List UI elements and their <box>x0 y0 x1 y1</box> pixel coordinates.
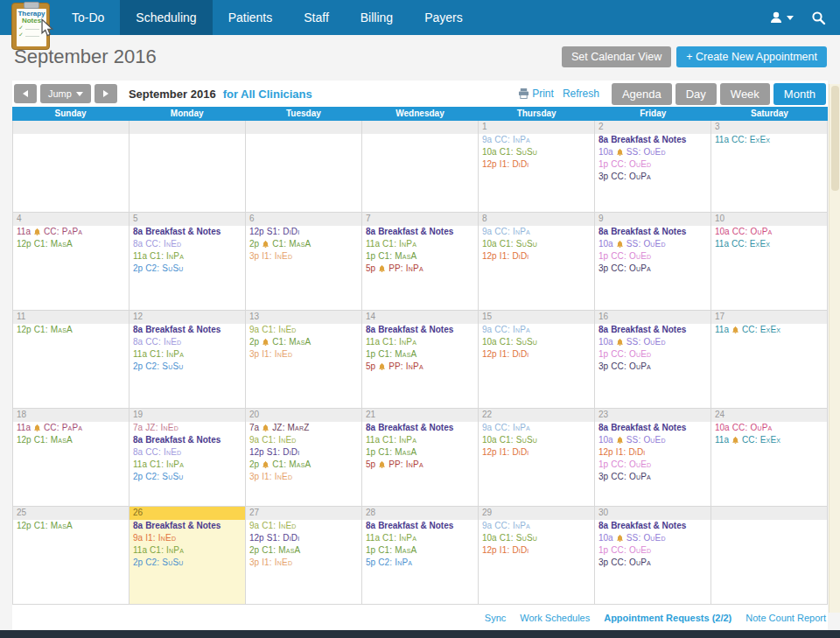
day-cell-6[interactable]: 612pS1: DiDi2pC1: MasA3pI1: InEd <box>246 213 362 311</box>
view-button-month[interactable]: Month <box>774 83 826 105</box>
day-cell-19[interactable]: 197aJZ: InEd8aBreakfast & Notes8aCC: InE… <box>130 409 246 507</box>
appointment[interactable]: 11aCC: ExEx <box>711 134 827 146</box>
appointment[interactable]: 1pCC: OuEd <box>595 544 710 557</box>
appointment[interactable]: 1pC1: MasA <box>362 250 478 263</box>
appointment[interactable]: 5pPP: InPa <box>362 263 478 275</box>
appointment[interactable]: 12pI1: DiDi <box>479 348 594 361</box>
day-cell-empty[interactable] <box>246 121 362 213</box>
day-cell-empty[interactable] <box>13 121 130 213</box>
appointment[interactable]: 9aCC: InPa <box>479 324 594 336</box>
appointment[interactable]: 5pPP: InPa <box>362 459 478 471</box>
day-cell-13[interactable]: 139aC1: InEd2pC1: MasA3pI1: InEd <box>246 311 362 409</box>
day-cell-22[interactable]: 229aCC: InPa10aC1: SuSu12pI1: DiDi <box>479 409 595 507</box>
appointment[interactable]: 10aSS: OuEd <box>595 146 710 158</box>
appointment[interactable]: 1pC1: MasA <box>362 348 478 361</box>
appointment[interactable]: 2pC2: SuSu <box>130 557 245 569</box>
set-calendar-view-button[interactable]: Set Calendar View <box>562 46 671 67</box>
appointment[interactable]: 12pC1: MasA <box>13 238 129 250</box>
appointment[interactable]: 12pC1: MasA <box>13 324 129 336</box>
day-cell-17[interactable]: 1711aCC: ExEx <box>711 311 828 409</box>
appointment[interactable]: 5pC2: InPa <box>362 557 478 569</box>
day-cell-21[interactable]: 218aBreakfast & Notes11aC1: InPa1pC1: Ma… <box>362 409 479 507</box>
appointment[interactable]: 10aSS: OuEd <box>595 336 710 348</box>
appointment[interactable]: 7aJZ: InEd <box>130 422 245 434</box>
day-cell-23[interactable]: 238aBreakfast & Notes10aSS: OuEd12pI1: D… <box>595 409 711 507</box>
appointment[interactable]: 11aC1: InPa <box>362 434 478 446</box>
view-button-day[interactable]: Day <box>676 83 717 105</box>
appointment[interactable]: 11aCC: ExEx <box>711 324 827 336</box>
appointment[interactable]: 10aCC: OuPa <box>711 226 827 238</box>
day-cell-28[interactable]: 288aBreakfast & Notes11aC1: InPa1pC1: Ma… <box>362 507 479 605</box>
appointment[interactable]: 9aC1: InEd <box>246 520 361 532</box>
day-cell-25[interactable]: 2512pC1: MasA <box>13 507 130 605</box>
appointment[interactable]: 8aBreakfast & Notes <box>130 434 245 446</box>
print-link[interactable]: Print <box>518 88 554 100</box>
appointment[interactable]: 10aC1: SuSu <box>479 146 594 158</box>
appointment[interactable]: 12pI1: DiDi <box>479 158 594 171</box>
appointment[interactable]: 2pC2: SuSu <box>130 361 245 373</box>
appointment[interactable]: 12pI1: DiDi <box>479 446 594 459</box>
appointment[interactable]: 9aCC: InPa <box>479 422 594 434</box>
day-cell-20[interactable]: 207aJZ: MarZ9aC1: InEd12pS1: DiDi2pC1: M… <box>246 409 362 507</box>
day-cell-8[interactable]: 89aCC: InPa10aC1: SuSu12pI1: DiDi <box>479 213 595 311</box>
appointment[interactable]: 8aBreakfast & Notes <box>130 226 245 238</box>
clinician-filter-label[interactable]: for All Clinicians <box>223 88 312 101</box>
next-month-button[interactable] <box>94 84 117 103</box>
appointment[interactable]: 8aBreakfast & Notes <box>362 520 478 532</box>
day-cell-4[interactable]: 411aCC: PaPa12pC1: MasA <box>13 213 130 311</box>
appointment[interactable]: 3pI1: InEd <box>246 348 361 361</box>
appointment[interactable]: 10aC1: SuSu <box>479 238 594 250</box>
appointment[interactable]: 8aCC: InEd <box>130 336 245 348</box>
appointment[interactable]: 8aBreakfast & Notes <box>595 422 710 434</box>
appointment[interactable]: 9aCC: InPa <box>479 520 594 532</box>
appointment[interactable]: 12pI1: DiDi <box>479 544 594 557</box>
day-cell-24[interactable]: 2410aCC: OuPa11aCC: ExEx <box>711 409 828 507</box>
appointment[interactable]: 10aC1: SuSu <box>479 336 594 348</box>
nav-item-patients[interactable]: Patients <box>213 0 289 35</box>
view-button-agenda[interactable]: Agenda <box>612 83 672 105</box>
appointment[interactable]: 12pI1: DiDi <box>479 250 594 263</box>
prev-month-button[interactable] <box>14 84 37 103</box>
appointment[interactable]: 7aJZ: MarZ <box>246 422 361 434</box>
appointment[interactable]: 9aI1: InEd <box>130 532 245 544</box>
day-cell-empty[interactable] <box>362 121 479 213</box>
day-cell-30[interactable]: 308aBreakfast & Notes10aSS: OuEd1pCC: Ou… <box>595 507 711 605</box>
appointment[interactable]: 10aSS: OuEd <box>595 434 710 446</box>
appointment[interactable]: 8aBreakfast & Notes <box>130 324 245 336</box>
appointment[interactable]: 11aCC: ExEx <box>711 238 827 250</box>
scrollbar-thumb[interactable] <box>831 86 839 191</box>
appointment[interactable]: 12pS1: DiDi <box>246 446 361 459</box>
therapynotes-logo[interactable]: Therapy Notes ✓ ✓ <box>11 3 50 50</box>
nav-item-billing[interactable]: Billing <box>345 0 409 35</box>
appointment[interactable]: 11aC1: InPa <box>130 544 245 557</box>
appointment[interactable]: 1pCC: OuEd <box>595 459 710 471</box>
appointment[interactable]: 2pC1: MasA <box>246 459 361 471</box>
nav-item-scheduling[interactable]: Scheduling <box>120 0 212 35</box>
appointment[interactable]: 8aBreakfast & Notes <box>130 520 245 532</box>
day-cell-1[interactable]: 19aCC: InPa10aC1: SuSu12pI1: DiDi <box>479 121 595 213</box>
appointment[interactable]: 12pI1: DiDi <box>595 446 710 459</box>
user-menu-button[interactable] <box>769 11 794 25</box>
appointment[interactable]: 2pC1: MasA <box>246 336 361 348</box>
appointment[interactable]: 11aC1: InPa <box>362 532 478 544</box>
nav-item-to-do[interactable]: To-Do <box>56 0 120 35</box>
appointment[interactable]: 10aSS: OuEd <box>595 532 710 544</box>
appointment[interactable]: 9aC1: InEd <box>246 434 361 446</box>
footer-link-appointment-requests-2-2-[interactable]: Appointment Requests (2/2) <box>604 613 732 623</box>
appointment[interactable]: 3pCC: OuPa <box>595 557 710 569</box>
appointment[interactable]: 3pI1: InEd <box>246 250 361 263</box>
appointment[interactable]: 12pC1: MasA <box>13 434 129 446</box>
create-new-appointment-button[interactable]: + Create New Appointment <box>676 46 827 67</box>
appointment[interactable]: 12pC1: MasA <box>13 520 129 532</box>
appointment[interactable]: 3pCC: OuPa <box>595 471 710 483</box>
appointment[interactable]: 8aBreakfast & Notes <box>595 324 710 336</box>
day-cell-11[interactable]: 1112pC1: MasA <box>13 311 130 409</box>
appointment[interactable]: 2pC2: SuSu <box>130 263 245 275</box>
day-cell-16[interactable]: 168aBreakfast & Notes10aSS: OuEd1pCC: Ou… <box>595 311 711 409</box>
appointment[interactable]: 2pC1: MasA <box>246 238 361 250</box>
appointment[interactable]: 3pI1: InEd <box>246 557 361 569</box>
appointment[interactable]: 1pCC: OuEd <box>595 250 710 263</box>
appointment[interactable]: 12pS1: DiDi <box>246 532 361 544</box>
appointment[interactable]: 8aBreakfast & Notes <box>362 226 478 238</box>
day-cell-5[interactable]: 58aBreakfast & Notes8aCC: InEd11aC1: InP… <box>130 213 246 311</box>
